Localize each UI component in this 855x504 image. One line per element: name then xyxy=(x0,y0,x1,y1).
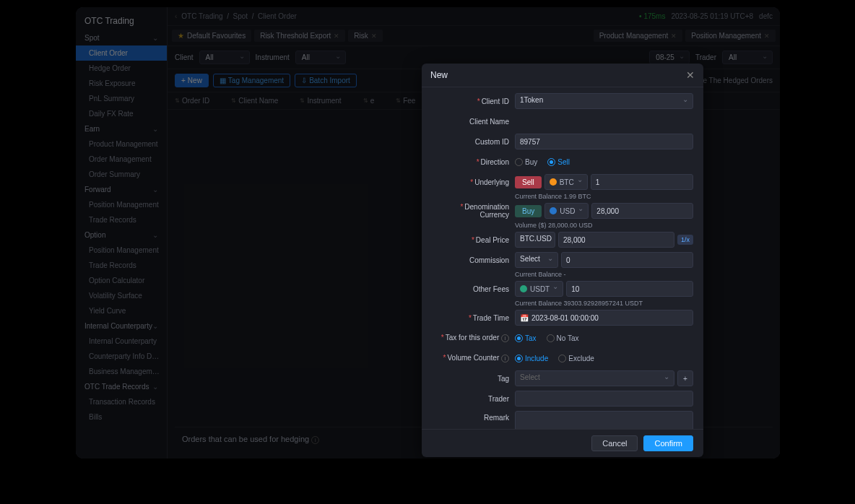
filter-trader-select[interactable]: All xyxy=(722,51,773,64)
sidebar-group-forward[interactable]: Forward⌄ xyxy=(76,182,167,197)
sidebar-item-internal-counterparty[interactable]: Internal Counterparty xyxy=(76,334,167,349)
add-tag-button[interactable]: + xyxy=(677,370,693,386)
new-button[interactable]: +New xyxy=(175,74,209,87)
tag-management-button[interactable]: ▦Tag Management xyxy=(213,74,290,87)
breadcrumb-segment[interactable]: Client Order xyxy=(258,12,297,20)
close-icon[interactable]: ✕ xyxy=(764,32,770,40)
sidebar-item-product-management[interactable]: Product Management xyxy=(76,136,167,152)
sidebar-item-transaction-records[interactable]: Transaction Records xyxy=(76,394,167,409)
tab-risk[interactable]: Risk✕ xyxy=(348,30,382,42)
tab-risk-threshold-export[interactable]: Risk Threshold Export✕ xyxy=(254,30,345,42)
sidebar-item-position-management[interactable]: Position Management xyxy=(76,243,167,258)
breadcrumb-segment[interactable]: Spot xyxy=(233,12,248,20)
sidebar-item-volatility-surface[interactable]: Volatility Surface xyxy=(76,288,167,303)
filter-client-select[interactable]: All xyxy=(199,51,250,64)
tab-default-favourites[interactable]: ★Default Favourites xyxy=(172,30,251,42)
sidebar-group-spot[interactable]: Spot⌄ xyxy=(76,30,167,45)
column-instrument[interactable]: Instrument xyxy=(300,97,341,105)
filter-date[interactable]: 08-25 xyxy=(649,51,690,64)
datetime: 2023-08-25 01:19 UTC+8 xyxy=(671,12,753,20)
sidebar-group-earn[interactable]: Earn⌄ xyxy=(76,121,167,136)
deal-price-input[interactable] xyxy=(558,232,674,248)
usd-icon xyxy=(550,207,557,214)
column-order-id[interactable]: Order ID xyxy=(175,97,209,105)
column-fee[interactable]: Fee xyxy=(396,97,415,105)
batch-import-button[interactable]: ⇩Batch Import xyxy=(295,74,357,87)
tabs-row: ★Default FavouritesRisk Threshold Export… xyxy=(168,26,780,46)
commission-coin-select[interactable]: Select xyxy=(515,252,558,268)
underlying-amount-input[interactable] xyxy=(591,174,693,190)
modal-title: New xyxy=(430,70,448,80)
close-icon[interactable]: ✕ xyxy=(671,32,677,40)
sidebar-group-option[interactable]: Option⌄ xyxy=(76,227,167,243)
sidebar-item-risk-exposure[interactable]: Risk Exposure xyxy=(76,76,167,91)
sidebar-group-otc-trade-records[interactable]: OTC Trade Records⌄ xyxy=(76,379,167,394)
tax-no-radio[interactable]: No Tax xyxy=(547,334,579,342)
underlying-side: Sell xyxy=(515,176,542,188)
deal-price-label: Deal Price xyxy=(476,236,509,244)
filter-instrument-select[interactable]: All xyxy=(295,51,346,64)
sidebar-item-daily-fx-rate[interactable]: Daily FX Rate xyxy=(76,106,167,121)
other-fees-input[interactable] xyxy=(566,281,693,297)
column-e[interactable]: e xyxy=(363,97,375,105)
direction-label: Direction xyxy=(481,158,509,166)
sidebar-item-business-management[interactable]: Business Management xyxy=(76,364,167,379)
volume-exclude-radio[interactable]: Exclude xyxy=(558,355,594,362)
tax-yes-radio[interactable]: Tax xyxy=(515,334,537,342)
breadcrumb-segment[interactable]: OTC Trading xyxy=(181,12,222,20)
tab-position-management[interactable]: Position Management✕ xyxy=(685,30,776,42)
close-icon[interactable]: ✕ xyxy=(334,32,339,40)
client-id-label: Client ID xyxy=(482,97,509,105)
sidebar-item-hedge-order[interactable]: Hedge Order xyxy=(76,61,167,76)
sidebar-item-trade-records[interactable]: Trade Records xyxy=(76,212,167,227)
deal-price-pair: BTC.USD xyxy=(515,232,555,248)
column-client-name[interactable]: Client Name xyxy=(231,97,278,105)
denom-amount-input[interactable] xyxy=(591,203,693,219)
sidebar-item-bills[interactable]: Bills xyxy=(76,409,167,425)
trader-input[interactable] xyxy=(515,391,693,407)
sidebar-item-option-calculator[interactable]: Option Calculator xyxy=(76,273,167,288)
underlying-coin-select[interactable]: BTC xyxy=(544,174,588,190)
info-icon[interactable]: i xyxy=(501,334,509,342)
tag-select[interactable]: Select xyxy=(515,370,674,386)
close-icon[interactable]: ✕ xyxy=(371,32,377,40)
sidebar-item-yield-curve[interactable]: Yield Curve xyxy=(76,303,167,318)
sidebar-item-counterparty-info-detail[interactable]: Counterparty Info Detail xyxy=(76,349,167,364)
commission-input[interactable] xyxy=(561,252,693,268)
info-icon[interactable]: i xyxy=(311,436,319,444)
custom-id-label: Custom ID xyxy=(475,138,509,146)
commission-label: Commission xyxy=(469,256,509,264)
trade-time-input[interactable]: 📅 2023-08-01 00:00:00 xyxy=(515,310,693,326)
sidebar-item-trade-records[interactable]: Trade Records xyxy=(76,258,167,273)
sidebar-item-pnl-summary[interactable]: PnL Summary xyxy=(76,91,167,106)
user-menu[interactable]: defc xyxy=(759,12,773,20)
back-icon[interactable]: ‹ xyxy=(175,12,177,20)
invert-price-button[interactable]: 1/x xyxy=(677,235,693,245)
other-fees-label: Other Fees xyxy=(473,285,509,293)
sidebar-item-position-management[interactable]: Position Management xyxy=(76,197,167,212)
denom-coin-select[interactable]: USD xyxy=(544,203,589,219)
volume-counter-label: Volume Counter xyxy=(448,354,500,362)
other-fees-coin-select[interactable]: USDT xyxy=(515,281,563,297)
tab-product-management[interactable]: Product Management✕ xyxy=(594,30,683,42)
filter-client-label: Client xyxy=(175,53,194,61)
volume-include-radio[interactable]: Include xyxy=(515,355,548,362)
confirm-button[interactable]: Confirm xyxy=(643,435,693,451)
cancel-button[interactable]: Cancel xyxy=(591,435,638,451)
denom-side: Buy xyxy=(515,205,542,217)
custom-id-input[interactable] xyxy=(515,134,693,149)
remark-textarea[interactable] xyxy=(515,411,693,429)
direction-sell-radio[interactable]: Sell xyxy=(547,158,570,166)
hedging-panel-title: Orders that can be used for hedging xyxy=(182,435,309,443)
direction-buy-radio[interactable]: Buy xyxy=(515,158,537,166)
info-icon[interactable]: i xyxy=(501,355,509,362)
other-fees-balance: Current Balance 39303.92928957241 USDT xyxy=(432,300,693,307)
sidebar-item-client-order[interactable]: Client Order xyxy=(76,45,167,61)
client-id-select[interactable]: 1Token xyxy=(515,93,693,109)
underlying-label: Underlying xyxy=(474,178,509,186)
close-icon[interactable]: ✕ xyxy=(686,69,695,81)
sidebar-item-order-management[interactable]: Order Management xyxy=(76,152,167,167)
sidebar-item-order-summary[interactable]: Order Summary xyxy=(76,167,167,182)
sidebar: OTC Trading Spot⌄Client OrderHedge Order… xyxy=(76,7,168,459)
sidebar-group-internal-counterparty[interactable]: Internal Counterparty⌄ xyxy=(76,318,167,334)
